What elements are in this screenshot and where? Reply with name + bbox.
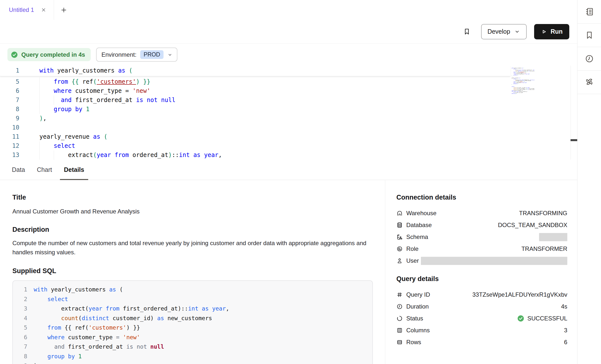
line-number: 1 (0, 66, 19, 76)
schema-icon (396, 234, 403, 240)
indent-guide (39, 77, 40, 114)
new-tab-plus-icon[interactable] (60, 7, 67, 13)
details-right-column: Connection details WarehouseTRANSFORMING… (396, 194, 567, 348)
query-details-heading: Query details (396, 275, 567, 283)
code-line: extract(year from first_ordered_at)::int… (34, 304, 229, 313)
line-number: 11 (0, 132, 19, 141)
supplied-sql-line: 9), (19, 361, 366, 364)
detail-row-role: RoleTRANSFORMER (396, 243, 567, 255)
tab-details[interactable]: Details (60, 160, 88, 180)
app-window: Untitled 1 Develop Run Query completed i… (0, 0, 601, 364)
panel-divider (385, 180, 385, 364)
notebook-icon (585, 7, 594, 16)
code-line: with yearly_customers as ( (19, 66, 133, 76)
check-circle-icon (11, 51, 18, 58)
detail-value: SUCCESSFUL (527, 315, 567, 322)
detail-row-user: User (396, 255, 567, 267)
supplied-sql-line: 4 count(distinct customer_id) as new_cus… (19, 313, 366, 323)
redacted-value (421, 257, 567, 265)
line-number: 6 (0, 86, 19, 96)
code-line: group by 1 (34, 352, 82, 361)
code-line: where customer_type = 'new' (19, 86, 150, 96)
connection-details-heading: Connection details (396, 194, 567, 201)
file-tab-untitled[interactable]: Untitled 1 (0, 0, 54, 20)
code-line: count(distinct customer_id) as new_custo… (34, 313, 212, 323)
code-line: and first_ordered_at is not null (19, 96, 175, 105)
close-tab-icon[interactable] (41, 7, 46, 13)
user-icon (396, 258, 403, 264)
duration-icon (396, 303, 403, 310)
rail-button-bookmark[interactable] (577, 24, 601, 47)
code-line: select (34, 294, 68, 304)
supplied-sql-line: 3 extract(year from first_ordered_at)::i… (19, 304, 366, 313)
line-number: 9 (0, 114, 19, 123)
detail-row-query-id: Query ID33TZseWpe1ALFDUYerxR1gVKxbv (396, 289, 567, 301)
editor-sticky-line: 1 with yearly_customers as ( (0, 66, 510, 76)
editor-minimap[interactable]: with yearly_customers as ( select extrac… (512, 68, 534, 95)
code-line: yearly_revenue as ( (19, 132, 108, 141)
supplied-sql-heading: Supplied SQL (12, 267, 373, 275)
detail-row-duration: Duration4s (396, 301, 567, 312)
line-number: 1 (19, 285, 27, 294)
supplied-sql-block: 1with yearly_customers as (2 select3 ext… (12, 280, 373, 364)
indent-guide (39, 141, 40, 160)
code-line: ), (34, 361, 41, 364)
detail-label: Query ID (406, 291, 430, 298)
status-icon (396, 315, 403, 322)
rail-button-notebook[interactable] (577, 0, 601, 24)
detail-label: User (406, 257, 419, 264)
supplied-sql-line: 7 and first_ordered_at is not null (19, 342, 366, 352)
supplied-sql-line: 2 select (19, 294, 366, 304)
line-number: 9 (19, 361, 27, 364)
detail-value: 3 (564, 327, 567, 334)
file-tab-bar: Untitled 1 (0, 0, 577, 20)
line-number: 5 (0, 77, 19, 86)
chevron-down-icon (167, 52, 173, 57)
run-button-label: Run (550, 28, 563, 35)
environment-selector[interactable]: Environment: PROD (96, 48, 177, 62)
line-number: 5 (19, 323, 27, 333)
title-value: Annual Customer Growth and Revenue Analy… (12, 207, 373, 216)
detail-value: DOCS_TEAM_SANDBOX (498, 222, 567, 229)
file-tab-title: Untitled 1 (9, 6, 34, 13)
role-icon (396, 246, 403, 252)
rows-icon (396, 339, 403, 345)
environment-label: Environment: (101, 51, 136, 58)
editor-scrollbar-track[interactable] (571, 66, 577, 160)
develop-button[interactable]: Develop (481, 24, 527, 39)
supplied-sql-line: 6 where customer_type = 'new' (19, 333, 366, 342)
code-line: where customer_type = 'new' (34, 333, 140, 342)
run-button[interactable]: Run (534, 24, 569, 39)
detail-row-warehouse: WarehouseTRANSFORMING (396, 207, 567, 219)
detail-label: Status (406, 315, 423, 322)
query-status-pill: Query completed in 4s (7, 48, 91, 61)
tab-data[interactable]: Data (8, 160, 29, 180)
rail-button-history[interactable] (577, 47, 601, 71)
code-line: extract(year from ordered_at)::int as ye… (19, 151, 222, 160)
editor-lines: 5 from {{ ref('customers') }}6 where cus… (0, 77, 570, 160)
copilot-sparkle-icon (585, 78, 594, 87)
line-number: 4 (19, 313, 27, 323)
detail-value: 6 (564, 339, 567, 346)
rail-button-copilot-sparkle[interactable] (577, 71, 601, 94)
detail-label: Columns (406, 327, 430, 334)
editor-code-line: 13 extract(year from ordered_at)::int as… (0, 151, 570, 160)
bookmark-icon (585, 30, 594, 40)
detail-value: TRANSFORMER (521, 245, 567, 252)
detail-row-status: StatusSUCCESSFUL (396, 312, 567, 324)
line-number: 13 (0, 151, 19, 160)
code-line: select (19, 141, 75, 151)
supplied-sql-line: 1with yearly_customers as ( (19, 285, 366, 294)
minimap-code: with yearly_customers as ( select extrac… (512, 68, 519, 94)
line-number: 7 (0, 96, 19, 105)
tab-chart[interactable]: Chart (33, 160, 56, 180)
editor-scrollbar-thumb[interactable] (571, 139, 577, 141)
supplied-sql-line: 8 group by 1 (19, 352, 366, 361)
code-line: and first_ordered_at is not null (34, 342, 164, 352)
sql-editor[interactable]: 1 with yearly_customers as ( 5 from {{ r… (0, 66, 577, 160)
status-row: Query completed in 4s Environment: PROD (0, 44, 577, 66)
toolbar: Develop Run (0, 20, 577, 44)
details-panel: Title Annual Customer Growth and Revenue… (0, 180, 577, 364)
bookmark-icon[interactable] (463, 28, 471, 35)
environment-value-chip: PROD (140, 50, 164, 59)
